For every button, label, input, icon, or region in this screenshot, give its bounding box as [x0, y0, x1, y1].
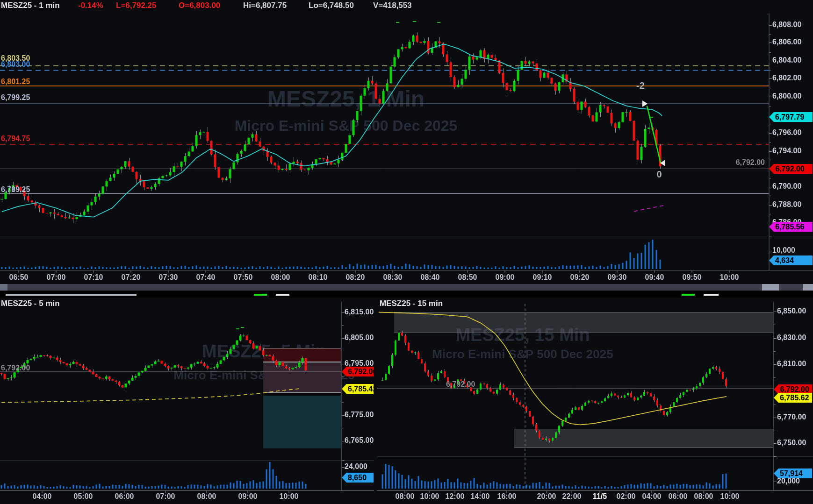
- edge-strip-segment: [276, 294, 289, 296]
- h-scrollbar-thumb[interactable]: [762, 284, 779, 291]
- quote-last: L=6,792.25: [116, 1, 157, 10]
- trading-workspace: MESZ25 - 1 min -0.14% L=6,792.25 O=6,803…: [0, 0, 813, 504]
- chart-canvas-5min[interactable]: [0, 298, 377, 504]
- chart-title-5min: MESZ25 - 5 min: [1, 299, 60, 308]
- quote-open: O=6,803.00: [179, 1, 220, 10]
- level-label-6799-25: 6,799.25: [1, 93, 30, 102]
- h-scrollbar-thumb2[interactable]: [803, 284, 813, 291]
- level-label-6789-25: 6,789.25: [1, 185, 30, 194]
- inline-price-1min: 6,792.00: [722, 158, 765, 167]
- quote-high: Hi=6,807.75: [243, 1, 287, 10]
- chart-canvas-15min[interactable]: [377, 298, 813, 504]
- edge-strip-segment: [704, 294, 719, 296]
- level-label-6803-00: 6,803.00: [1, 60, 30, 69]
- edge-strip-segment: [254, 294, 267, 296]
- h-scrollbar-left-cap[interactable]: [0, 284, 7, 291]
- level-label-6794-75: 6,794.75: [1, 135, 30, 143]
- trade-marker-flat-quantity: 0: [651, 169, 668, 180]
- chart-canvas-1min[interactable]: [0, 0, 813, 291]
- inline-price-5min: 6,792.00: [1, 364, 30, 372]
- quote-volume: V=418,553: [373, 1, 412, 10]
- quote-change-pct: -0.14%: [78, 1, 103, 10]
- edge-strip-segment: [6, 294, 137, 296]
- edge-strip-segment: [682, 294, 695, 296]
- trade-marker-entry-quantity: -2: [632, 80, 649, 91]
- h-scrollbar[interactable]: [0, 284, 813, 291]
- level-label-6801-25: 6,801.25: [1, 78, 30, 86]
- chart-title-1min: MESZ25 - 1 min: [1, 1, 60, 10]
- quote-low: Lo=6,748.50: [309, 1, 354, 10]
- inline-price-15min: 6,792.00: [446, 380, 475, 389]
- chart-title-15min: MESZ25 - 15 min: [380, 299, 443, 308]
